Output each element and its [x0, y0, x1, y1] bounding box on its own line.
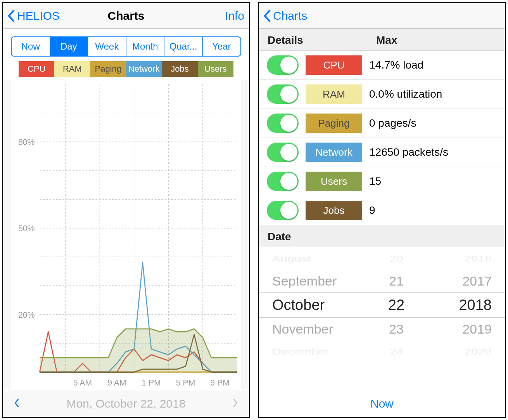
metric-row-network: Network12650 packets/s	[259, 138, 505, 167]
date-picker[interactable]: August202016September212017October222018…	[259, 247, 505, 390]
details-header-label: Details	[268, 34, 376, 46]
prev-day-button[interactable]	[14, 397, 19, 410]
toggle-network[interactable]	[267, 143, 299, 162]
metric-row-cpu: CPU14.7% load	[259, 51, 505, 80]
date-pager: Mon, October 22, 2018	[3, 390, 249, 417]
details-section-header: Details Max	[259, 29, 505, 51]
svg-text:5 PM: 5 PM	[176, 377, 195, 387]
segment-month[interactable]: Month	[126, 37, 165, 56]
metric-value-ram: 0.0% utilization	[369, 88, 442, 100]
metric-row-ram: RAM0.0% utilization	[259, 80, 505, 109]
charts-screen: HELIOS Charts Info NowDayWeekMonthQuar..…	[2, 2, 250, 418]
toggle-ram[interactable]	[267, 84, 299, 104]
date-section-header: Date	[259, 225, 505, 247]
metric-value-network: 12650 packets/s	[369, 146, 448, 158]
segment-quar[interactable]: Quar...	[164, 37, 203, 56]
metric-tag-paging: Paging	[306, 114, 362, 133]
legend-network[interactable]: Network	[126, 61, 162, 77]
metric-value-paging: 0 pages/s	[369, 117, 416, 129]
picker-row[interactable]: September212017	[259, 270, 505, 292]
segment-week[interactable]: Week	[88, 37, 126, 56]
now-button[interactable]: Now	[259, 390, 505, 417]
legend-bar: CPURAMPagingNetworkJobsUsers	[19, 61, 233, 77]
toggle-users[interactable]	[267, 172, 299, 191]
metric-row-users: Users15	[259, 167, 505, 196]
legend-ram[interactable]: RAM	[54, 61, 90, 77]
back-chevron-icon[interactable]	[264, 10, 271, 22]
back-link[interactable]: Charts	[273, 9, 307, 22]
svg-text:9 PM: 9 PM	[210, 377, 230, 387]
legend-jobs[interactable]: Jobs	[162, 61, 197, 77]
metric-tag-cpu: CPU	[306, 55, 362, 75]
metric-tag-network: Network	[306, 143, 362, 162]
legend-cpu[interactable]: CPU	[19, 61, 54, 77]
toggle-paging[interactable]	[267, 114, 299, 133]
metric-value-cpu: 14.7% load	[369, 59, 423, 71]
segment-day[interactable]: Day	[50, 37, 88, 56]
metric-rows: CPU14.7% loadRAM0.0% utilizationPaging0 …	[259, 51, 505, 225]
info-button[interactable]: Info	[225, 9, 244, 22]
max-header-label: Max	[376, 34, 397, 46]
toggle-jobs[interactable]	[267, 201, 299, 220]
svg-text:80%: 80%	[18, 137, 35, 147]
details-screen: Charts Details Max CPU14.7% loadRAM0.0% …	[258, 2, 506, 418]
navbar: HELIOS Charts Info	[3, 3, 249, 29]
picker-row[interactable]: October222018	[259, 292, 505, 318]
svg-text:5 AM: 5 AM	[73, 377, 92, 387]
back-link[interactable]: HELIOS	[17, 9, 60, 22]
metric-row-paging: Paging0 pages/s	[259, 109, 505, 138]
metric-value-users: 15	[369, 175, 381, 188]
picker-row[interactable]: November232019	[259, 318, 505, 340]
metric-tag-users: Users	[306, 172, 362, 191]
metric-tag-jobs: Jobs	[306, 201, 362, 220]
segment-now[interactable]: Now	[12, 37, 50, 56]
metric-value-jobs: 9	[369, 204, 375, 217]
svg-text:1 PM: 1 PM	[142, 377, 161, 387]
current-date-label: Mon, October 22, 2018	[67, 397, 186, 410]
svg-text:20%: 20%	[18, 310, 35, 320]
metric-tag-ram: RAM	[306, 84, 362, 104]
segment-year[interactable]: Year	[203, 37, 241, 56]
svg-text:9 AM: 9 AM	[107, 377, 126, 387]
time-range-segmented[interactable]: NowDayWeekMonthQuar...Year	[11, 36, 241, 57]
picker-row[interactable]: August202016	[259, 251, 505, 267]
next-day-button[interactable]	[233, 397, 238, 410]
chart-area: 80%50%20%5 AM9 AM1 PM5 PM9 PM	[11, 80, 241, 390]
toggle-cpu[interactable]	[267, 55, 299, 75]
content: NowDayWeekMonthQuar...Year CPURAMPagingN…	[3, 29, 249, 390]
metric-row-jobs: Jobs9	[259, 196, 505, 225]
picker-row[interactable]: December242020	[259, 344, 505, 360]
legend-paging[interactable]: Paging	[90, 61, 126, 77]
back-chevron-icon[interactable]	[8, 10, 15, 22]
legend-users[interactable]: Users	[198, 61, 233, 77]
navbar: Charts	[259, 3, 505, 29]
svg-text:50%: 50%	[18, 223, 35, 233]
